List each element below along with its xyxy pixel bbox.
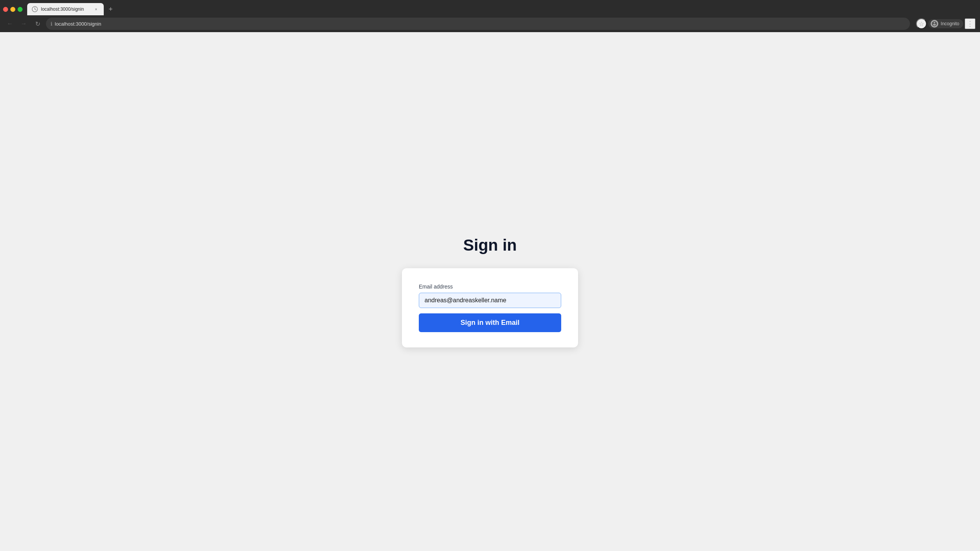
- page-content: Sign in Email address Sign in with Email: [0, 32, 980, 551]
- new-tab-button[interactable]: +: [105, 4, 116, 15]
- bookmark-button[interactable]: ☆: [916, 18, 927, 29]
- window-minimize-button[interactable]: [10, 7, 15, 12]
- tab-title: localhost:3000/signin: [41, 7, 90, 12]
- browser-chrome: localhost:3000/signin × + ← → ↻ ℹ localh…: [0, 0, 980, 32]
- tab-bar: localhost:3000/signin × +: [0, 0, 980, 15]
- url-info-icon: ℹ: [51, 21, 52, 27]
- address-bar: ← → ↻ ℹ localhost:3000/signin ☆ Incognit…: [0, 15, 980, 32]
- browser-menu-button[interactable]: ⋮: [965, 18, 975, 29]
- email-label: Email address: [419, 284, 561, 290]
- incognito-label: Incognito: [941, 21, 959, 26]
- page-title: Sign in: [463, 236, 517, 254]
- back-button[interactable]: ←: [5, 18, 15, 29]
- browser-actions: ☆ Incognito ⋮: [916, 18, 975, 29]
- email-input[interactable]: [419, 293, 561, 308]
- window-controls: [3, 7, 23, 12]
- reload-button[interactable]: ↻: [32, 18, 43, 29]
- signin-button[interactable]: Sign in with Email: [419, 313, 561, 332]
- active-tab[interactable]: localhost:3000/signin ×: [27, 3, 104, 15]
- signin-card: Email address Sign in with Email: [402, 268, 578, 347]
- window-close-button[interactable]: [3, 7, 8, 12]
- incognito-icon: [931, 20, 938, 28]
- forward-button[interactable]: →: [18, 18, 29, 29]
- url-bar[interactable]: ℹ localhost:3000/signin: [46, 18, 910, 30]
- tab-close-button[interactable]: ×: [93, 6, 99, 12]
- url-text: localhost:3000/signin: [55, 21, 101, 27]
- window-maximize-button[interactable]: [18, 7, 23, 12]
- incognito-badge[interactable]: Incognito: [928, 19, 963, 28]
- tab-favicon-icon: [32, 6, 38, 12]
